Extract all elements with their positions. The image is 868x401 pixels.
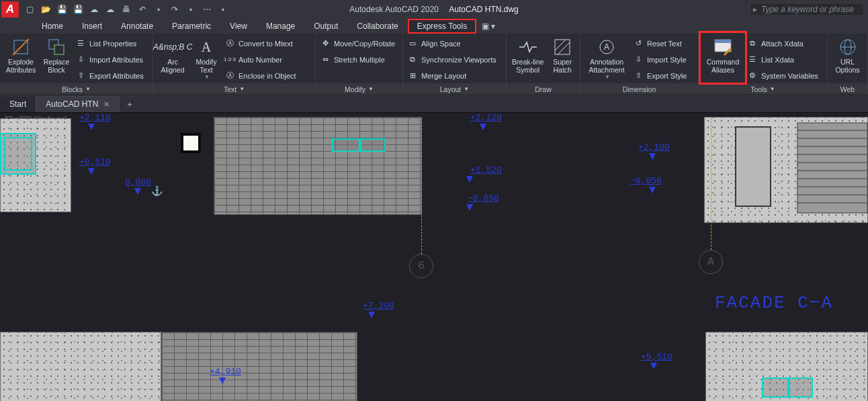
chevron-down-icon: ▼ (239, 86, 245, 92)
annotation-attachment-icon: A (597, 38, 616, 56)
ribbon: Explode Attributes Replace Block ☰List P… (0, 34, 868, 95)
qat-overflow-icon[interactable]: ▾ (218, 4, 228, 15)
close-icon[interactable]: ✕ (103, 100, 110, 109)
window (0, 133, 36, 175)
qat-link-icon[interactable]: ⋯ (202, 4, 212, 15)
svg-rect-3 (54, 45, 64, 54)
tab-express-tools[interactable]: Express Tools (408, 19, 476, 34)
annotation-attachment-button[interactable]: A Annotation Attachment▼ (584, 36, 629, 81)
drawing-canvas[interactable]: -][Top][2D Wireframe] +2,110 +0,510 0,00… (0, 113, 868, 401)
import-style-button[interactable]: ⇩Import Style (633, 52, 687, 66)
replace-block-button[interactable]: Replace Block (42, 36, 71, 75)
chevron-down-icon: ▼ (464, 86, 469, 92)
modify-text-icon: A (197, 38, 216, 56)
search-placeholder: Type a keyword or phrase (761, 5, 854, 14)
panel-modify-title[interactable]: Modify▼ (316, 83, 402, 95)
tab-parametric[interactable]: Parametric (163, 19, 220, 34)
auto-number-icon: 1·2·3 (224, 54, 235, 65)
chevron-down-icon: ▼ (368, 86, 374, 92)
breakline-symbol-button[interactable]: Break-line Symbol (511, 36, 545, 75)
svg-text:A: A (604, 42, 609, 52)
qat-open-icon[interactable]: 📂 (40, 4, 51, 15)
panel-blocks-title[interactable]: Blocks▼ (0, 83, 153, 95)
search-expand-icon[interactable]: ▸ (753, 5, 757, 14)
list-properties-icon: ☰ (75, 38, 86, 49)
svg-line-6 (558, 42, 570, 54)
export-style-icon: ⇧ (633, 71, 644, 81)
export-style-button[interactable]: ⇧Export Style (633, 69, 687, 83)
grid-line (421, 118, 422, 254)
panel-tools-title[interactable]: Tools▼ (699, 83, 827, 95)
url-options-button[interactable]: URL Options (832, 36, 863, 75)
panel-modify: ✥Move/Copy/Rotate ⇔Stretch Multiple Modi… (316, 34, 403, 95)
dim-arrow-icon (88, 168, 95, 175)
chevron-down-icon: ▼ (85, 86, 91, 92)
tab-home[interactable]: Home (32, 19, 73, 34)
merge-layout-button[interactable]: ⊞Merge Layout (407, 69, 496, 83)
qat-undo-icon[interactable]: ↶ (137, 4, 148, 15)
facade-label: FACADE C−A (715, 293, 833, 313)
dim-arrow-icon (480, 124, 486, 130)
list-properties-button[interactable]: ☰List Properties (75, 36, 144, 50)
auto-number-button[interactable]: 1·2·3Auto Number (224, 52, 296, 66)
synchronize-viewports-button[interactable]: ⧉Synchronize Viewports (407, 52, 496, 66)
qat-buttons: ▢ 📂 💾 💾 ☁ ☁ 🖶 ↶ ▾ ↷ ▾ ⋯ ▾ (24, 4, 228, 15)
tab-insert[interactable]: Insert (73, 19, 112, 34)
svg-rect-15 (797, 123, 867, 213)
qat-redo-dd-icon[interactable]: ▾ (185, 4, 196, 15)
tab-featured-apps[interactable]: ▣ ▾ (476, 19, 501, 34)
panel-layout-title[interactable]: Layout▼ (403, 83, 506, 95)
qat-saveas-icon[interactable]: 💾 (73, 4, 83, 15)
search-box[interactable]: ▸ Type a keyword or phrase (750, 3, 864, 16)
qat-plot-icon[interactable]: 🖶 (121, 4, 132, 15)
doc-tab-current[interactable]: AutoCAD HTN✕ (36, 96, 120, 112)
tab-collaborate[interactable]: Collaborate (347, 19, 407, 34)
doc-tab-start[interactable]: Start (0, 96, 36, 112)
chevron-down-icon: ▼ (204, 74, 210, 80)
grid-line (711, 118, 711, 250)
modify-text-button[interactable]: A Modify Text▼ (192, 36, 220, 81)
export-attributes-button[interactable]: ⇧Export Attributes (75, 69, 144, 83)
super-hatch-button[interactable]: Super Hatch (549, 36, 576, 75)
convert-to-mtext-button[interactable]: ⒶConvert to Mtext (224, 36, 296, 50)
tab-annotate[interactable]: Annotate (112, 19, 163, 34)
rolling-door (797, 122, 868, 214)
tab-view[interactable]: View (220, 19, 257, 34)
command-aliases-icon (713, 38, 732, 56)
move-copy-rotate-button[interactable]: ✥Move/Copy/Rotate (320, 36, 395, 50)
app-menu-button[interactable]: A (1, 1, 19, 17)
anchor-icon: ⚓ (151, 185, 163, 196)
merge-layout-icon: ⊞ (407, 71, 418, 81)
window (332, 138, 386, 152)
window (762, 377, 813, 398)
tab-manage[interactable]: Manage (257, 19, 304, 34)
import-attributes-button[interactable]: ⇩Import Attributes (75, 52, 144, 66)
qat-save-icon[interactable]: 💾 (56, 4, 67, 15)
qat-new-icon[interactable]: ▢ (24, 4, 35, 15)
align-space-icon: ▭ (407, 38, 418, 49)
align-space-button[interactable]: ▭Align Space (407, 36, 496, 50)
dim-arrow-icon (466, 204, 473, 211)
chevron-down-icon: ▼ (770, 86, 775, 92)
convert-mtext-icon: Ⓐ (224, 38, 235, 49)
panel-text-title[interactable]: Text▼ (153, 83, 315, 95)
tab-output[interactable]: Output (304, 19, 347, 34)
new-tab-button[interactable]: ＋ (120, 96, 140, 112)
grid-bubble-a: A (699, 250, 723, 274)
qat-cloud-save-icon[interactable]: ☁ (105, 4, 116, 15)
attach-xdata-button[interactable]: ⧉Attach Xdata (747, 36, 818, 50)
dimension: −0,050 (630, 176, 662, 186)
list-xdata-button[interactable]: ☰List Xdata (747, 52, 818, 66)
stretch-multiple-button[interactable]: ⇔Stretch Multiple (320, 52, 395, 66)
reset-text-button[interactable]: ↺Reset Text (633, 36, 687, 50)
system-variables-button[interactable]: ⚙System Variables (747, 69, 818, 83)
enclose-in-object-button[interactable]: ⒶEnclose in Object (224, 69, 296, 83)
qat-redo-icon[interactable]: ↷ (169, 4, 180, 15)
qat-undo-dd-icon[interactable]: ▾ (153, 4, 164, 15)
arc-aligned-button[interactable]: A&nsp;B C Arc Aligned (157, 36, 188, 75)
chevron-down-icon: ▼ (605, 74, 610, 80)
command-aliases-button[interactable]: Command Aliases (703, 36, 743, 75)
qat-cloud-open-icon[interactable]: ☁ (89, 4, 99, 15)
explode-attributes-button[interactable]: Explode Attributes (4, 36, 38, 75)
dimension: −0,650 (468, 193, 499, 204)
